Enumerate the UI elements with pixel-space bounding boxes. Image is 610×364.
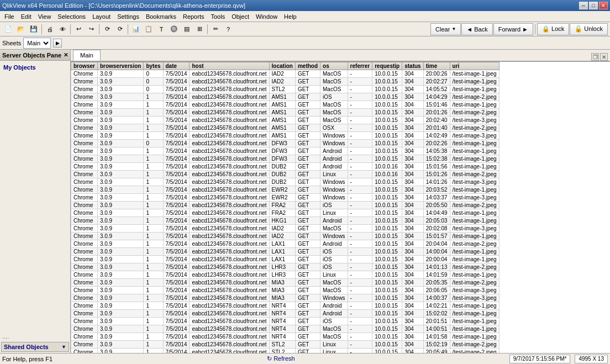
table-cell: 1 xyxy=(144,132,163,140)
table-cell: GET xyxy=(295,209,320,217)
table-cell: 7/5/2014 xyxy=(163,325,190,333)
slider-button[interactable]: ▤ xyxy=(181,23,193,35)
menu-reports[interactable]: Reports xyxy=(180,11,208,22)
menu-object[interactable]: Object xyxy=(228,11,253,22)
menu-tools[interactable]: Tools xyxy=(207,11,228,22)
close-button[interactable]: ✕ xyxy=(599,2,608,9)
my-objects-label[interactable]: My Objects xyxy=(1,62,69,72)
table-cell: eabcd12345678.cloudfront.net xyxy=(190,256,269,263)
print-button[interactable]: 🖨 xyxy=(44,23,56,35)
col-time[interactable]: time xyxy=(423,62,450,70)
table-cell: Chrome xyxy=(71,124,98,132)
menu-edit[interactable]: Edit xyxy=(18,11,35,22)
textbox-button[interactable]: T xyxy=(155,23,167,35)
table-cell: Chrome xyxy=(71,256,98,263)
table-cell: DFW3 xyxy=(269,155,295,163)
table-cell: Chrome xyxy=(71,178,98,186)
table-cell: 1 xyxy=(144,124,163,132)
table-cell: GET xyxy=(295,302,320,310)
table-cell: 10.0.0.15 xyxy=(372,117,402,124)
table-cell: 304 xyxy=(402,70,423,78)
table-cell: eabcd12345678.cloudfront.net xyxy=(190,178,269,186)
shared-objects-button[interactable]: Shared Objects ▼ xyxy=(1,342,69,352)
table-cell: 7/5/2014 xyxy=(163,209,190,217)
help-button[interactable]: ? xyxy=(222,23,234,35)
col-bytes[interactable]: bytes xyxy=(144,62,163,70)
sheet-nav-button[interactable]: ▶ xyxy=(53,39,62,48)
col-location[interactable]: location xyxy=(269,62,295,70)
undo-button[interactable]: ↩ xyxy=(72,23,85,35)
table-cell: 1 xyxy=(144,325,163,333)
col-host[interactable]: host xyxy=(190,62,269,70)
menu-selections[interactable]: Selections xyxy=(54,11,89,22)
table-cell: 7/5/2014 xyxy=(163,86,190,93)
chart-button[interactable]: 📊 xyxy=(130,23,142,35)
menu-window[interactable]: Window xyxy=(253,11,281,22)
clear-button[interactable]: Clear ▼ xyxy=(430,23,461,35)
table-cell: Windows xyxy=(320,186,348,194)
data-area[interactable]: browser browserversion bytes date host l… xyxy=(71,62,610,353)
menu-view[interactable]: View xyxy=(35,11,55,22)
table-row: Chrome3.0.917/5/2014eabcd12345678.cloudf… xyxy=(71,132,499,140)
table-row: Chrome3.0.917/5/2014eabcd12345678.cloudf… xyxy=(71,155,499,163)
maximize-button[interactable]: □ xyxy=(589,2,598,9)
table-cell: eabcd12345678.cloudfront.net xyxy=(190,240,269,248)
lock-button[interactable]: 🔒 Lock xyxy=(537,23,569,35)
table-cell: 304 xyxy=(402,78,423,86)
tab-ctrl-restore[interactable]: ❐ xyxy=(591,53,599,61)
unlock-button[interactable]: 🔓 Unlock xyxy=(570,23,608,35)
table-cell: - xyxy=(348,225,372,233)
table-cell: 10.0.0.15 xyxy=(372,155,402,163)
save-button[interactable]: 💾 xyxy=(28,23,40,35)
table-cell: 7/5/2014 xyxy=(163,341,190,349)
col-os[interactable]: os xyxy=(320,62,348,70)
toolbar-separator-1 xyxy=(41,24,42,34)
panel-close-button[interactable]: ✕ xyxy=(64,52,68,58)
back-button[interactable]: ◄ Back xyxy=(461,23,492,35)
preview-button[interactable]: 👁 xyxy=(56,23,69,35)
menu-layout[interactable]: Layout xyxy=(89,11,114,22)
reload-button[interactable]: ⟳ xyxy=(101,23,113,35)
more-button[interactable]: ⊞ xyxy=(193,23,206,35)
col-requestip[interactable]: requestip xyxy=(372,62,402,70)
tab-main[interactable]: Main xyxy=(73,50,101,61)
table-button[interactable]: 📋 xyxy=(143,23,155,35)
col-uri[interactable]: uri xyxy=(450,62,499,70)
tab-ctrl-close[interactable]: ✕ xyxy=(600,53,608,61)
redo-button[interactable]: ↪ xyxy=(85,23,97,35)
col-referrer[interactable]: referrer xyxy=(348,62,372,70)
table-cell: eabcd12345678.cloudfront.net xyxy=(190,209,269,217)
col-date[interactable]: date xyxy=(163,62,190,70)
sheet-selector[interactable]: Main xyxy=(23,38,51,49)
col-status[interactable]: status xyxy=(402,62,423,70)
menu-file[interactable]: File xyxy=(1,11,18,22)
partial-reload-button[interactable]: ⟳ xyxy=(114,23,126,35)
table-cell: - xyxy=(348,325,372,333)
menu-bookmarks[interactable]: Bookmarks xyxy=(143,11,180,22)
table-cell: 20:05:03 xyxy=(423,217,450,225)
minimize-button[interactable]: ─ xyxy=(579,2,588,9)
table-cell: IAD2 xyxy=(269,70,295,78)
col-method[interactable]: method xyxy=(295,62,320,70)
table-cell: /test-image-1.jpeg xyxy=(450,310,499,318)
table-cell: 3.0.9 xyxy=(97,101,143,109)
table-cell: 7/5/2014 xyxy=(163,310,190,318)
col-browserversion[interactable]: browserversion xyxy=(97,62,143,70)
menu-help[interactable]: Help xyxy=(281,11,300,22)
table-cell: Windows xyxy=(320,140,348,147)
forward-button[interactable]: Forward ► xyxy=(493,23,533,35)
table-cell: 3.0.9 xyxy=(97,256,143,263)
table-cell: 304 xyxy=(402,186,423,194)
open-button[interactable]: 📂 xyxy=(15,23,27,35)
refresh-button[interactable]: ↻ Refresh xyxy=(265,354,297,363)
table-cell: 3.0.9 xyxy=(97,124,143,132)
table-cell: iOS xyxy=(320,256,348,263)
table-cell: - xyxy=(348,132,372,140)
dots-row: .... xyxy=(0,332,70,341)
new-button[interactable]: 📄 xyxy=(2,23,14,35)
design-button[interactable]: ✏ xyxy=(209,23,222,35)
menu-settings[interactable]: Settings xyxy=(114,11,143,22)
button-btn[interactable]: 🔘 xyxy=(168,23,180,35)
table-cell: GET xyxy=(295,101,320,109)
col-browser[interactable]: browser xyxy=(71,62,98,70)
